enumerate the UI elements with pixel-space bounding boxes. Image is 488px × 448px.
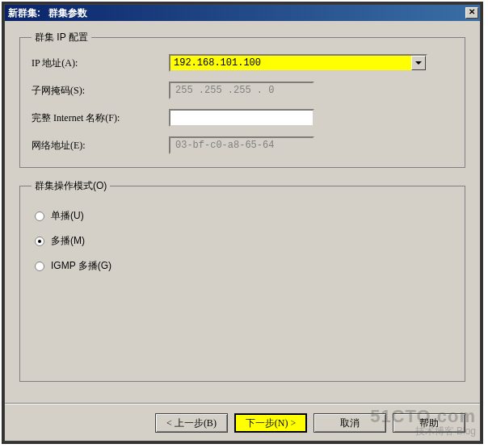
radio-icon — [35, 237, 44, 246]
close-button[interactable]: ✕ — [465, 7, 478, 19]
radio-multicast[interactable]: 多播(M) — [35, 234, 453, 248]
window-title: 新群集: 群集参数 — [8, 6, 87, 20]
mac-address-input — [169, 136, 314, 154]
ip-address-label: IP 地址(A): — [32, 57, 169, 70]
radio-dot-icon — [38, 240, 41, 243]
title-bar: 新群集: 群集参数 ✕ — [5, 5, 480, 21]
radio-igmp-label: IGMP 多播(G) — [51, 259, 111, 273]
cluster-mode-legend: 群集操作模式(O) — [32, 179, 110, 193]
ip-address-input[interactable] — [170, 56, 411, 70]
subnet-mask-label: 子网掩码(S): — [32, 84, 169, 98]
ip-config-group: 群集 IP 配置 IP 地址(A): 子网掩码(S): 完整 Inte — [19, 31, 465, 168]
ip-config-legend: 群集 IP 配置 — [32, 31, 91, 44]
ip-address-dropdown-button[interactable] — [411, 56, 426, 70]
chevron-down-icon — [415, 61, 422, 65]
help-button[interactable]: 帮助 — [393, 413, 465, 433]
radio-unicast-label: 单播(U) — [51, 209, 84, 223]
radio-igmp-multicast[interactable]: IGMP 多播(G) — [35, 259, 453, 273]
dialog-window: 新群集: 群集参数 ✕ 群集 IP 配置 IP 地址(A): 子网掩码(S): — [4, 4, 481, 442]
radio-unicast[interactable]: 单播(U) — [35, 209, 453, 223]
cancel-button[interactable]: 取消 — [313, 413, 386, 433]
radio-icon — [35, 211, 44, 221]
cluster-mode-group: 群集操作模式(O) 单播(U) 多播(M) IGMP 多播(G) — [19, 179, 465, 382]
subnet-mask-input — [169, 82, 314, 99]
mac-address-label: 网络地址(E): — [32, 139, 169, 153]
radio-icon — [35, 262, 44, 271]
radio-multicast-label: 多播(M) — [51, 234, 85, 248]
fqdn-input[interactable] — [169, 109, 314, 127]
back-button[interactable]: < 上一步(B) — [155, 413, 228, 433]
next-button[interactable]: 下一步(N) > — [234, 413, 307, 433]
ip-address-combo[interactable] — [169, 54, 427, 72]
fqdn-label: 完整 Internet 名称(F): — [32, 111, 169, 125]
button-bar: < 上一步(B) 下一步(N) > 取消 帮助 — [5, 403, 480, 433]
